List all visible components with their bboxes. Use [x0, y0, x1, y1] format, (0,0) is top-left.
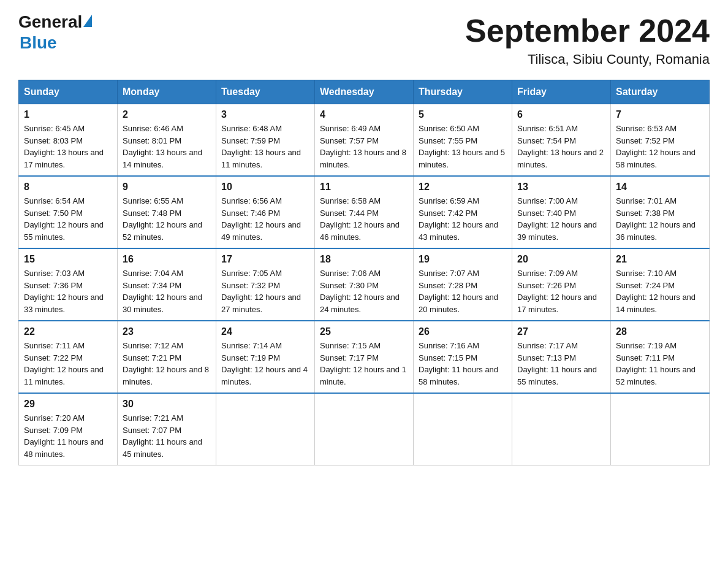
day-number: 10 — [221, 182, 309, 193]
day-number: 14 — [616, 182, 704, 193]
logo-blue-text: Blue — [20, 33, 57, 52]
day-info: Sunrise: 7:11 AMSunset: 7:22 PMDaylight:… — [24, 340, 112, 388]
day-number: 25 — [320, 326, 408, 337]
day-info: Sunrise: 6:51 AMSunset: 7:54 PMDaylight:… — [517, 123, 605, 170]
day-cell: 18 Sunrise: 7:06 AMSunset: 7:30 PMDaylig… — [315, 248, 414, 321]
day-cell: 7 Sunrise: 6:53 AMSunset: 7:52 PMDayligh… — [611, 104, 710, 177]
day-info: Sunrise: 7:12 AMSunset: 7:21 PMDaylight:… — [123, 340, 211, 388]
week-row-5: 29 Sunrise: 7:20 AMSunset: 7:09 PMDaylig… — [19, 393, 710, 465]
day-cell: 1 Sunrise: 6:45 AMSunset: 8:03 PMDayligh… — [19, 104, 118, 177]
title-area: September 2024 Tilisca, Sibiu County, Ro… — [465, 12, 710, 67]
day-cell: 13 Sunrise: 7:00 AMSunset: 7:40 PMDaylig… — [512, 176, 611, 248]
day-number: 1 — [24, 109, 112, 120]
day-number: 29 — [24, 399, 112, 410]
day-info: Sunrise: 7:15 AMSunset: 7:17 PMDaylight:… — [320, 340, 408, 388]
header-thursday: Thursday — [414, 80, 512, 104]
day-cell: 4 Sunrise: 6:49 AMSunset: 7:57 PMDayligh… — [315, 104, 414, 177]
day-info: Sunrise: 6:59 AMSunset: 7:42 PMDaylight:… — [419, 195, 507, 243]
day-info: Sunrise: 7:06 AMSunset: 7:30 PMDaylight:… — [320, 267, 408, 315]
day-info: Sunrise: 7:21 AMSunset: 7:07 PMDaylight:… — [123, 412, 211, 460]
day-cell: 30 Sunrise: 7:21 AMSunset: 7:07 PMDaylig… — [118, 393, 216, 465]
day-number: 15 — [24, 254, 112, 265]
day-number: 4 — [320, 109, 408, 120]
day-info: Sunrise: 7:00 AMSunset: 7:40 PMDaylight:… — [517, 195, 605, 243]
day-info: Sunrise: 6:56 AMSunset: 7:46 PMDaylight:… — [221, 195, 309, 243]
day-info: Sunrise: 7:05 AMSunset: 7:32 PMDaylight:… — [221, 267, 309, 315]
day-cell: 12 Sunrise: 6:59 AMSunset: 7:42 PMDaylig… — [414, 176, 512, 248]
day-number: 16 — [123, 254, 211, 265]
day-number: 22 — [24, 326, 112, 337]
header-tuesday: Tuesday — [216, 80, 315, 104]
day-info: Sunrise: 6:46 AMSunset: 8:01 PMDaylight:… — [123, 123, 211, 170]
day-number: 30 — [123, 399, 211, 410]
day-number: 2 — [123, 109, 211, 120]
header: General Blue September 2024 Tilisca, Sib… — [18, 12, 710, 67]
weekday-header-row: Sunday Monday Tuesday Wednesday Thursday… — [19, 80, 710, 104]
day-number: 19 — [419, 254, 507, 265]
location-title: Tilisca, Sibiu County, Romania — [465, 52, 710, 67]
logo-triangle-icon — [83, 15, 92, 27]
day-cell — [414, 393, 512, 465]
day-number: 24 — [221, 326, 309, 337]
day-cell: 25 Sunrise: 7:15 AMSunset: 7:17 PMDaylig… — [315, 321, 414, 393]
day-cell: 5 Sunrise: 6:50 AMSunset: 7:55 PMDayligh… — [414, 104, 512, 177]
day-cell: 28 Sunrise: 7:19 AMSunset: 7:11 PMDaylig… — [611, 321, 710, 393]
day-info: Sunrise: 6:55 AMSunset: 7:48 PMDaylight:… — [123, 195, 211, 243]
day-cell: 9 Sunrise: 6:55 AMSunset: 7:48 PMDayligh… — [118, 176, 216, 248]
day-cell: 8 Sunrise: 6:54 AMSunset: 7:50 PMDayligh… — [19, 176, 118, 248]
logo-area: General Blue — [18, 12, 92, 53]
day-number: 20 — [517, 254, 605, 265]
day-number: 6 — [517, 109, 605, 120]
day-cell: 19 Sunrise: 7:07 AMSunset: 7:28 PMDaylig… — [414, 248, 512, 321]
day-cell: 17 Sunrise: 7:05 AMSunset: 7:32 PMDaylig… — [216, 248, 315, 321]
header-friday: Friday — [512, 80, 611, 104]
week-row-1: 1 Sunrise: 6:45 AMSunset: 8:03 PMDayligh… — [19, 104, 710, 177]
day-info: Sunrise: 6:53 AMSunset: 7:52 PMDaylight:… — [616, 123, 704, 170]
day-cell: 20 Sunrise: 7:09 AMSunset: 7:26 PMDaylig… — [512, 248, 611, 321]
day-number: 7 — [616, 109, 704, 120]
day-number: 12 — [419, 182, 507, 193]
day-cell — [216, 393, 315, 465]
day-number: 28 — [616, 326, 704, 337]
day-cell: 16 Sunrise: 7:04 AMSunset: 7:34 PMDaylig… — [118, 248, 216, 321]
week-row-4: 22 Sunrise: 7:11 AMSunset: 7:22 PMDaylig… — [19, 321, 710, 393]
header-wednesday: Wednesday — [315, 80, 414, 104]
day-cell: 6 Sunrise: 6:51 AMSunset: 7:54 PMDayligh… — [512, 104, 611, 177]
day-cell — [512, 393, 611, 465]
day-number: 13 — [517, 182, 605, 193]
day-info: Sunrise: 7:09 AMSunset: 7:26 PMDaylight:… — [517, 267, 605, 315]
week-row-3: 15 Sunrise: 7:03 AMSunset: 7:36 PMDaylig… — [19, 248, 710, 321]
day-number: 5 — [419, 109, 507, 120]
day-info: Sunrise: 6:54 AMSunset: 7:50 PMDaylight:… — [24, 195, 112, 243]
day-cell: 15 Sunrise: 7:03 AMSunset: 7:36 PMDaylig… — [19, 248, 118, 321]
day-info: Sunrise: 6:45 AMSunset: 8:03 PMDaylight:… — [24, 123, 112, 170]
day-number: 23 — [123, 326, 211, 337]
day-number: 17 — [221, 254, 309, 265]
day-cell — [315, 393, 414, 465]
day-info: Sunrise: 6:49 AMSunset: 7:57 PMDaylight:… — [320, 123, 408, 170]
day-cell: 26 Sunrise: 7:16 AMSunset: 7:15 PMDaylig… — [414, 321, 512, 393]
day-number: 8 — [24, 182, 112, 193]
day-number: 26 — [419, 326, 507, 337]
day-number: 9 — [123, 182, 211, 193]
day-cell: 21 Sunrise: 7:10 AMSunset: 7:24 PMDaylig… — [611, 248, 710, 321]
day-number: 18 — [320, 254, 408, 265]
day-cell: 11 Sunrise: 6:58 AMSunset: 7:44 PMDaylig… — [315, 176, 414, 248]
day-cell — [611, 393, 710, 465]
day-info: Sunrise: 7:17 AMSunset: 7:13 PMDaylight:… — [517, 340, 605, 388]
day-number: 21 — [616, 254, 704, 265]
day-cell: 29 Sunrise: 7:20 AMSunset: 7:09 PMDaylig… — [19, 393, 118, 465]
day-cell: 10 Sunrise: 6:56 AMSunset: 7:46 PMDaylig… — [216, 176, 315, 248]
header-sunday: Sunday — [19, 80, 118, 104]
logo-general-text: General — [18, 12, 82, 32]
day-info: Sunrise: 7:16 AMSunset: 7:15 PMDaylight:… — [419, 340, 507, 388]
day-cell: 27 Sunrise: 7:17 AMSunset: 7:13 PMDaylig… — [512, 321, 611, 393]
day-number: 3 — [221, 109, 309, 120]
month-title: September 2024 — [465, 12, 710, 49]
calendar-table: Sunday Monday Tuesday Wednesday Thursday… — [18, 80, 710, 465]
header-saturday: Saturday — [611, 80, 710, 104]
day-cell: 22 Sunrise: 7:11 AMSunset: 7:22 PMDaylig… — [19, 321, 118, 393]
day-info: Sunrise: 7:20 AMSunset: 7:09 PMDaylight:… — [24, 412, 112, 460]
day-info: Sunrise: 7:10 AMSunset: 7:24 PMDaylight:… — [616, 267, 704, 315]
day-cell: 14 Sunrise: 7:01 AMSunset: 7:38 PMDaylig… — [611, 176, 710, 248]
